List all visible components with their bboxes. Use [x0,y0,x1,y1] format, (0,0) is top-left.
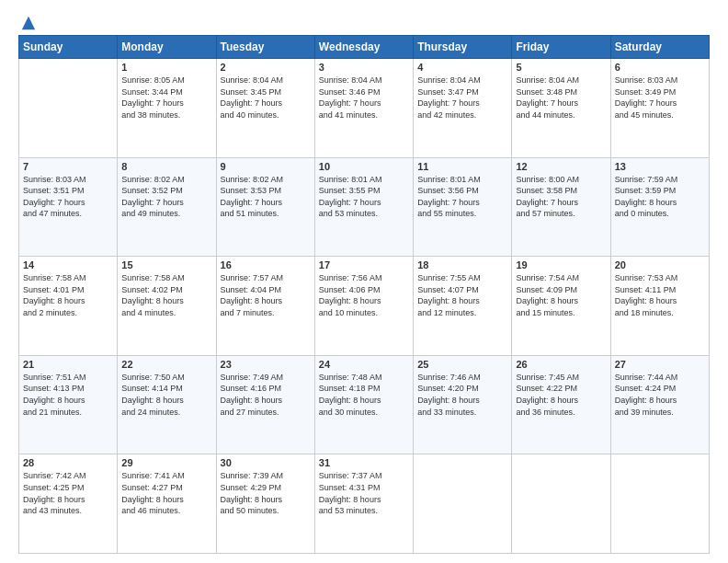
cell-info-line: Sunrise: 8:04 AM [417,75,481,85]
calendar-cell [610,454,709,554]
cell-info-line: Sunset: 3:47 PM [417,87,479,97]
cell-info-line: Sunset: 3:53 PM [221,186,282,195]
cell-info-line: and 24 minutes. [121,408,180,417]
cell-info-line: Daylight: 7 hours [221,198,283,207]
calendar-cell: 19Sunrise: 7:54 AMSunset: 4:09 PMDayligh… [512,257,610,356]
cell-info-line: Sunrise: 8:04 AM [221,75,284,85]
day-number: 7 [23,161,113,172]
cell-info-line: Sunrise: 8:04 AM [516,75,579,85]
cell-info-line: Sunrise: 7:48 AM [319,373,382,382]
cell-info-line: Sunrise: 8:04 AM [319,75,382,85]
cell-info-line: Daylight: 8 hours [121,495,184,504]
day-number: 29 [121,457,211,468]
cell-info-line: Daylight: 8 hours [23,495,85,504]
weekday-header-sunday: Sunday [19,36,118,59]
cell-info: Sunrise: 7:39 AMSunset: 4:29 PMDaylight:… [221,470,311,516]
day-number: 2 [221,62,311,73]
cell-info-line: Sunset: 4:25 PM [23,483,85,492]
calendar-week-row: 21Sunrise: 7:51 AMSunset: 4:13 PMDayligh… [19,355,710,454]
cell-info-line: Daylight: 7 hours [417,98,480,108]
cell-info-line: Sunset: 4:07 PM [417,285,479,294]
weekday-header-tuesday: Tuesday [216,36,314,59]
cell-info-line: Sunset: 4:06 PM [319,285,381,294]
cell-info: Sunrise: 7:41 AMSunset: 4:27 PMDaylight:… [121,470,211,516]
day-number: 23 [221,359,311,370]
calendar-cell: 27Sunrise: 7:44 AMSunset: 4:24 PMDayligh… [610,355,709,454]
cell-info-line: and 36 minutes. [516,408,574,417]
calendar-cell: 2Sunrise: 8:04 AMSunset: 3:45 PMDaylight… [216,59,314,158]
calendar-table: SundayMondayTuesdayWednesdayThursdayFrid… [18,35,710,554]
calendar-cell: 22Sunrise: 7:50 AMSunset: 4:14 PMDayligh… [118,355,216,454]
cell-info-line: and 43 minutes. [23,506,82,515]
cell-info-line: Sunrise: 7:50 AM [121,373,185,382]
cell-info-line: Sunrise: 7:58 AM [23,273,86,282]
cell-info-line: Sunrise: 7:51 AM [23,373,86,382]
day-number: 17 [319,259,409,270]
cell-info-line: Daylight: 7 hours [417,198,480,207]
cell-info-line: Sunrise: 7:37 AM [319,471,382,480]
cell-info-line: Sunset: 3:51 PM [23,186,85,195]
cell-info: Sunrise: 8:04 AMSunset: 3:48 PMDaylight:… [516,75,606,121]
cell-info-line: and 46 minutes. [121,506,180,515]
cell-info: Sunrise: 7:55 AMSunset: 4:07 PMDaylight:… [417,272,507,318]
cell-info-line: Daylight: 8 hours [615,296,677,305]
cell-info-line: Daylight: 8 hours [221,296,283,305]
cell-info-line: Sunset: 3:46 PM [319,87,381,97]
cell-info-line: and 45 minutes. [615,110,674,120]
cell-info-line: Sunset: 4:14 PM [121,384,183,393]
calendar-cell: 28Sunrise: 7:42 AMSunset: 4:25 PMDayligh… [19,454,118,554]
calendar-cell: 10Sunrise: 8:01 AMSunset: 3:55 PMDayligh… [314,157,413,257]
cell-info-line: Daylight: 8 hours [516,296,578,305]
cell-info-line: Sunrise: 7:54 AM [516,273,579,282]
cell-info: Sunrise: 7:53 AMSunset: 4:11 PMDaylight:… [615,272,705,318]
day-number: 21 [23,359,113,370]
calendar-cell: 5Sunrise: 8:04 AMSunset: 3:48 PMDaylight… [512,59,610,158]
calendar-cell: 7Sunrise: 8:03 AMSunset: 3:51 PMDaylight… [19,157,118,257]
cell-info: Sunrise: 7:51 AMSunset: 4:13 PMDaylight:… [23,372,113,418]
cell-info: Sunrise: 7:58 AMSunset: 4:02 PMDaylight:… [121,272,211,318]
cell-info-line: Sunrise: 8:03 AM [23,175,86,184]
cell-info-line: and 49 minutes. [121,209,180,218]
cell-info-line: and 50 minutes. [221,506,279,515]
svg-marker-0 [22,17,35,29]
cell-info-line: and 55 minutes. [417,209,476,218]
cell-info-line: Sunset: 3:44 PM [121,87,183,97]
logo [18,15,37,28]
cell-info-line: Daylight: 7 hours [23,198,85,207]
cell-info-line: Sunset: 3:49 PM [615,87,677,97]
cell-info: Sunrise: 7:48 AMSunset: 4:18 PMDaylight:… [319,372,409,418]
cell-info-line: Sunset: 4:13 PM [23,384,85,393]
day-number: 15 [121,259,211,270]
cell-info-line: Sunrise: 7:56 AM [319,273,382,282]
cell-info: Sunrise: 8:04 AMSunset: 3:47 PMDaylight:… [417,75,507,121]
cell-info: Sunrise: 7:56 AMSunset: 4:06 PMDaylight:… [319,272,409,318]
cell-info-line: Daylight: 7 hours [615,98,677,108]
weekday-header-monday: Monday [118,36,216,59]
calendar-cell: 8Sunrise: 8:02 AMSunset: 3:52 PMDaylight… [118,157,216,257]
cell-info-line: and 44 minutes. [516,110,574,120]
cell-info: Sunrise: 8:03 AMSunset: 3:51 PMDaylight:… [23,174,113,220]
cell-info-line: Sunrise: 8:00 AM [516,175,579,184]
day-number: 3 [319,62,409,73]
cell-info-line: Daylight: 7 hours [516,198,578,207]
day-number: 8 [121,161,211,172]
calendar-week-row: 14Sunrise: 7:58 AMSunset: 4:01 PMDayligh… [19,257,710,356]
calendar-cell: 30Sunrise: 7:39 AMSunset: 4:29 PMDayligh… [216,454,314,554]
day-number: 10 [319,161,409,172]
calendar-cell: 24Sunrise: 7:48 AMSunset: 4:18 PMDayligh… [314,355,413,454]
day-number: 1 [121,62,211,73]
cell-info-line: Daylight: 8 hours [417,296,480,305]
calendar-cell: 12Sunrise: 8:00 AMSunset: 3:58 PMDayligh… [512,157,610,257]
calendar-week-row: 7Sunrise: 8:03 AMSunset: 3:51 PMDaylight… [19,157,710,257]
cell-info-line: Daylight: 8 hours [23,296,85,305]
cell-info: Sunrise: 8:00 AMSunset: 3:58 PMDaylight:… [516,174,606,220]
calendar-cell: 17Sunrise: 7:56 AMSunset: 4:06 PMDayligh… [314,257,413,356]
cell-info-line: and 18 minutes. [615,308,674,317]
calendar-week-row: 28Sunrise: 7:42 AMSunset: 4:25 PMDayligh… [19,454,710,554]
cell-info-line: Daylight: 7 hours [121,198,184,207]
cell-info-line: and 27 minutes. [221,408,279,417]
cell-info-line: and 57 minutes. [516,209,574,218]
calendar-cell: 21Sunrise: 7:51 AMSunset: 4:13 PMDayligh… [19,355,118,454]
cell-info-line: Sunrise: 8:05 AM [121,75,185,85]
cell-info: Sunrise: 8:01 AMSunset: 3:56 PMDaylight:… [417,174,507,220]
